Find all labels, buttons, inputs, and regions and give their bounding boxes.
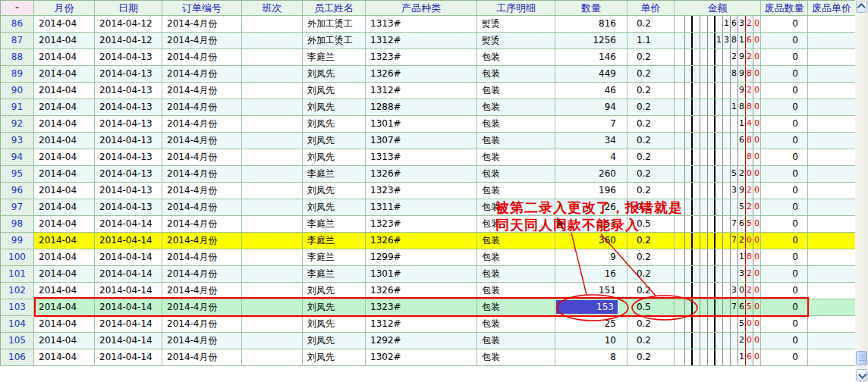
cell-qty[interactable]: 449 xyxy=(555,66,627,83)
cell-shift[interactable] xyxy=(242,116,303,133)
cell-month[interactable]: 2014-04 xyxy=(34,116,95,133)
cell-qty[interactable]: 146 xyxy=(555,49,627,66)
cell-process[interactable]: 包装 xyxy=(477,183,555,199)
cell-employee[interactable]: 外加工烫工 xyxy=(303,16,366,33)
row-number[interactable]: 89 xyxy=(1,66,34,83)
cell-order[interactable]: 2014-4月份 xyxy=(162,333,242,349)
cell-month[interactable]: 2014-04 xyxy=(34,66,95,83)
col-header-rownum[interactable]: - xyxy=(1,1,34,16)
cell-scrap-price[interactable] xyxy=(808,66,856,83)
cell-date[interactable]: 2014-04-13 xyxy=(95,183,162,199)
cell-shift[interactable] xyxy=(242,66,303,83)
cell-qty[interactable]: 7 xyxy=(555,116,627,133)
cell-month[interactable]: 2014-04 xyxy=(34,149,95,166)
cell-employee[interactable]: 李庭兰 xyxy=(303,216,366,233)
cell-month[interactable]: 2014-04 xyxy=(34,99,95,116)
cell-product[interactable]: 1326# xyxy=(366,166,477,183)
cell-qty[interactable]: 360 xyxy=(555,233,627,249)
cell-process[interactable]: 包装 xyxy=(477,266,555,283)
cell-scrap-price[interactable] xyxy=(808,216,856,233)
cell-date[interactable]: 2014-04-14 xyxy=(95,333,162,349)
cell-date[interactable]: 2014-04-13 xyxy=(95,116,162,133)
cell-product[interactable]: 1326# xyxy=(366,283,477,299)
row-number[interactable]: 86 xyxy=(1,16,34,33)
cell-scrap-price[interactable] xyxy=(808,133,856,149)
cell-scrap-qty[interactable]: 0 xyxy=(761,183,808,199)
cell-scrap-qty[interactable]: 0 xyxy=(761,149,808,166)
cell-qty[interactable]: 94 xyxy=(555,99,627,116)
col-header-process[interactable]: 工序明细 xyxy=(477,1,555,16)
cell-amount[interactable]: 3920 xyxy=(675,183,761,199)
cell-amount[interactable]: 1880 xyxy=(675,99,761,116)
col-header-shift[interactable]: 班次 xyxy=(242,1,303,16)
cell-scrap-qty[interactable]: 0 xyxy=(761,116,808,133)
cell-month[interactable]: 2014-04 xyxy=(34,199,95,216)
cell-order[interactable]: 2014-4月份 xyxy=(162,316,242,333)
cell-month[interactable]: 2014-04 xyxy=(34,216,95,233)
row-number[interactable]: 88 xyxy=(1,49,34,66)
scroll-down-button[interactable] xyxy=(856,369,867,381)
cell-price[interactable]: 0.2 xyxy=(627,349,675,366)
cell-price[interactable]: 0.2 xyxy=(627,66,675,83)
cell-shift[interactable] xyxy=(242,299,303,316)
cell-month[interactable]: 2014-04 xyxy=(34,49,95,66)
cell-price[interactable]: 0.2 xyxy=(627,283,675,299)
cell-month[interactable]: 2014-04 xyxy=(34,266,95,283)
cell-month[interactable]: 2014-04 xyxy=(34,349,95,366)
cell-qty[interactable]: 46 xyxy=(555,83,627,99)
cell-price[interactable]: 0.2 xyxy=(627,166,675,183)
col-header-employee[interactable]: 员工姓名 xyxy=(303,1,366,16)
cell-employee[interactable]: 李庭兰 xyxy=(303,166,366,183)
cell-process[interactable]: 包装 xyxy=(477,49,555,66)
cell-order[interactable]: 2014-4月份 xyxy=(162,249,242,266)
cell-employee[interactable]: 刘凤先 xyxy=(303,133,366,149)
cell-order[interactable]: 2014-4月份 xyxy=(162,216,242,233)
cell-qty[interactable]: 34 xyxy=(555,133,627,149)
cell-product[interactable]: 1301# xyxy=(366,266,477,283)
cell-date[interactable]: 2014-04-14 xyxy=(95,266,162,283)
row-number[interactable]: 91 xyxy=(1,99,34,116)
cell-product[interactable]: 1307# xyxy=(366,133,477,149)
cell-month[interactable]: 2014-04 xyxy=(34,166,95,183)
cell-process[interactable]: 包装 xyxy=(477,349,555,366)
cell-date[interactable]: 2014-04-13 xyxy=(95,133,162,149)
cell-employee[interactable]: 外加工烫工 xyxy=(303,33,366,49)
row-number[interactable]: 90 xyxy=(1,83,34,99)
cell-amount[interactable]: 180 xyxy=(675,249,761,266)
cell-employee[interactable]: 刘凤先 xyxy=(303,316,366,333)
cell-product[interactable]: 1301# xyxy=(366,116,477,133)
cell-amount[interactable]: 500 xyxy=(675,316,761,333)
cell-date[interactable]: 2014-04-13 xyxy=(95,166,162,183)
cell-shift[interactable] xyxy=(242,233,303,249)
cell-scrap-price[interactable] xyxy=(808,33,856,49)
cell-scrap-qty[interactable]: 0 xyxy=(761,333,808,349)
cell-order[interactable]: 2014-4月份 xyxy=(162,183,242,199)
cell-amount[interactable]: 160 xyxy=(675,349,761,366)
cell-qty[interactable]: 25 xyxy=(555,316,627,333)
cell-process[interactable]: 包装 xyxy=(477,249,555,266)
cell-order[interactable]: 2014-4月份 xyxy=(162,283,242,299)
cell-price[interactable]: 0.2 xyxy=(627,249,675,266)
cell-month[interactable]: 2014-04 xyxy=(34,283,95,299)
cell-scrap-price[interactable] xyxy=(808,266,856,283)
cell-scrap-price[interactable] xyxy=(808,116,856,133)
cell-price[interactable]: 0.2 xyxy=(627,133,675,149)
cell-price[interactable]: 0.2 xyxy=(627,333,675,349)
cell-employee[interactable]: 刘凤先 xyxy=(303,333,366,349)
cell-scrap-price[interactable] xyxy=(808,299,856,316)
cell-scrap-price[interactable] xyxy=(808,99,856,116)
cell-date[interactable]: 2014-04-12 xyxy=(95,33,162,49)
cell-price[interactable]: 0.5 xyxy=(627,216,675,233)
cell-amount[interactable]: 2920 xyxy=(675,49,761,66)
cell-date[interactable]: 2014-04-13 xyxy=(95,149,162,166)
cell-scrap-qty[interactable]: 0 xyxy=(761,233,808,249)
cell-scrap-qty[interactable]: 0 xyxy=(761,349,808,366)
row-number[interactable]: 100 xyxy=(1,249,34,266)
cell-scrap-price[interactable] xyxy=(808,249,856,266)
cell-shift[interactable] xyxy=(242,183,303,199)
cell-scrap-qty[interactable]: 0 xyxy=(761,199,808,216)
col-header-product[interactable]: 产品种类 xyxy=(366,1,477,16)
cell-qty[interactable]: 10 xyxy=(555,333,627,349)
cell-product[interactable]: 1313# xyxy=(366,16,477,33)
cell-date[interactable]: 2014-04-13 xyxy=(95,199,162,216)
